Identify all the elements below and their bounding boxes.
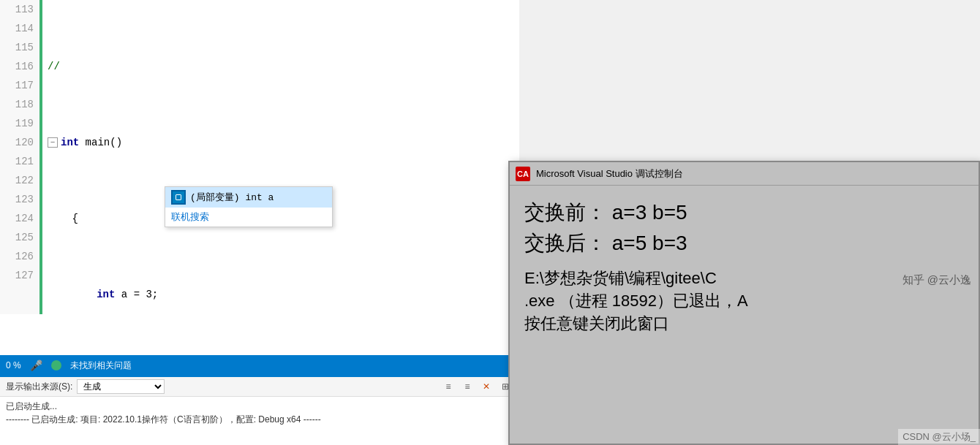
line-num-118: 118 [0, 95, 34, 114]
kw-int-116: int [97, 285, 115, 304]
code-line-113: // [48, 57, 519, 76]
funcname-114: main() [79, 133, 122, 152]
console-path-line1: E:\梦想杂货铺\编程\gitee\C [524, 267, 964, 290]
line-num-125: 125 [0, 228, 34, 247]
line-num-123: 123 [0, 190, 34, 209]
console-path-line2: .exe （进程 18592）已退出，A [524, 290, 964, 313]
code-line-116: int a = 3; [48, 285, 519, 304]
kw-int-114: int [61, 133, 79, 152]
csdn-watermark: CSDN @云小场_ [898, 429, 980, 445]
line-indicator [39, 0, 42, 314]
line-num-114: 114 [0, 19, 34, 38]
output-icon-btn3[interactable]: ✕ [478, 379, 494, 395]
indent-116 [48, 285, 97, 304]
line-num-124: 124 [0, 209, 34, 228]
zoom-level: 0 % [6, 360, 21, 370]
autocomplete-item[interactable]: (局部变量) int a [165, 187, 332, 208]
autocomplete-item-label: (局部变量) int a [190, 191, 274, 204]
console-path-line3: 按任意键关闭此窗口 [524, 313, 964, 335]
vs-logo: CA [516, 167, 530, 181]
autocomplete-search-link[interactable]: 联机搜索 [165, 208, 332, 227]
code-content: // − int main() { int a = 3; [40, 0, 519, 314]
line-num-115: 115 [0, 38, 34, 57]
console-title: Microsoft Visual Studio 调试控制台 [536, 167, 683, 180]
line-num-119: 119 [0, 114, 34, 133]
code-editor: 113 114 115 116 117 118 119 120 121 122 … [0, 0, 519, 314]
console-line2: 交换后： a=5 b=3 [524, 228, 964, 259]
line-num-122: 122 [0, 171, 34, 190]
line-num-117: 117 [0, 76, 34, 95]
output-source-label: 显示输出来源(S): [6, 381, 72, 393]
output-icon-btn1[interactable]: ≡ [440, 379, 456, 395]
output-panel-header: 显示输出来源(S): 生成 ≡ ≡ ✕ ⊞ [0, 376, 519, 397]
output-icon-group: ≡ ≡ ✕ ⊞ [440, 379, 513, 395]
console-titlebar: CA Microsoft Visual Studio 调试控制台 [510, 162, 979, 186]
code-line-114: − int main() [48, 133, 519, 152]
brace-115: { [48, 209, 78, 228]
console-window: CA Microsoft Visual Studio 调试控制台 交换前： a=… [508, 161, 980, 445]
line-num-113: 113 [0, 0, 34, 19]
line-num-121: 121 [0, 152, 34, 171]
console-body: 交换前： a=3 b=5 交换后： a=5 b=3 E:\梦想杂货铺\编程\gi… [510, 186, 979, 444]
status-circle-icon [51, 360, 61, 370]
mic-icon: 🎤 [30, 360, 42, 372]
line-numbers: 113 114 115 116 117 118 119 120 121 122 … [0, 0, 40, 314]
status-problem-text: 未找到相关问题 [70, 360, 132, 372]
line-num-120: 120 [0, 133, 34, 152]
line-num-116: 116 [0, 57, 34, 76]
editor-area: 113 114 115 116 117 118 119 120 121 122 … [0, 0, 519, 445]
status-bar: 0 % 🎤 未找到相关问题 [0, 355, 519, 376]
decl-116: a = 3; [115, 285, 158, 304]
autocomplete-variable-icon [171, 190, 186, 205]
line-num-127: 127 [0, 266, 34, 285]
comment-113: // [48, 57, 60, 76]
output-line1: 已启动生成... [6, 400, 513, 413]
output-line2: -------- 已启动生成: 项目: 2022.10.1操作符（C语言初阶），… [6, 413, 513, 426]
console-line1: 交换前： a=3 b=5 [524, 197, 964, 228]
zhihu-watermark: 知乎 @云小逸 [902, 273, 971, 287]
output-content: 已启动生成... -------- 已启动生成: 项目: 2022.10.1操作… [0, 397, 519, 445]
output-icon-btn2[interactable]: ≡ [459, 379, 475, 395]
autocomplete-popup: (局部变量) int a 联机搜索 [165, 186, 333, 227]
collapse-icon-114[interactable]: − [48, 137, 58, 148]
output-source-select[interactable]: 生成 [77, 379, 165, 394]
console-path: E:\梦想杂货铺\编程\gitee\C .exe （进程 18592）已退出，A… [524, 267, 964, 335]
line-num-126: 126 [0, 247, 34, 266]
